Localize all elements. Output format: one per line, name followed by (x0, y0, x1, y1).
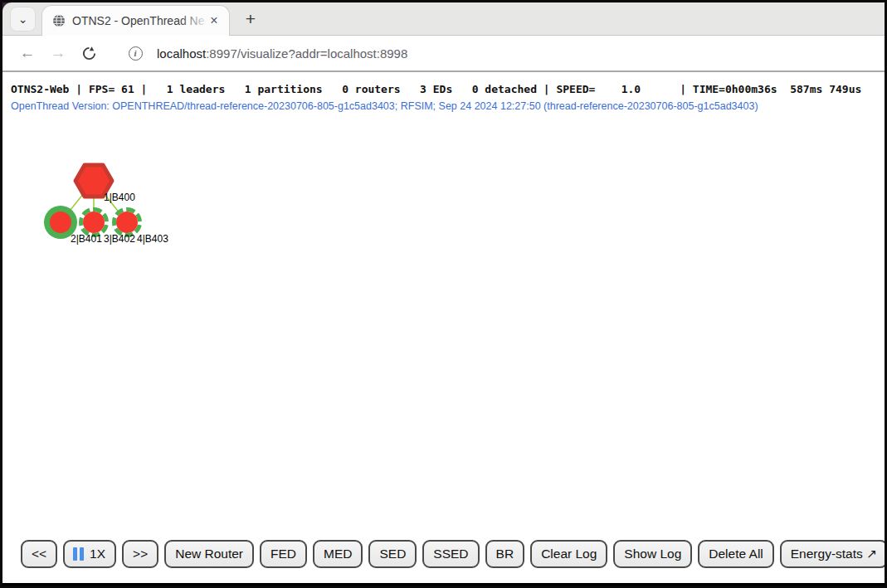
fed-button[interactable]: FED (260, 540, 307, 568)
node-label-leader: 1|B400 (104, 192, 135, 203)
openthread-version-link[interactable]: OpenThread Version: OPENTHREAD/thread-re… (2, 95, 885, 112)
node-label-child-1: 2|B401 (71, 233, 102, 245)
ssed-button[interactable]: SSED (422, 540, 479, 568)
pause-icon (73, 547, 84, 561)
network-canvas[interactable]: 1|B400 2|B401 3|B402 4|B403 (2, 112, 885, 540)
node-label-child-2: 3|B402 (104, 233, 135, 245)
energy-stats-button[interactable]: Energy-stats ↗ (780, 540, 887, 568)
reload-icon (81, 46, 97, 61)
forward-button[interactable]: → (46, 41, 70, 65)
tab-search-button[interactable]: ⌄ (10, 7, 36, 32)
back-button[interactable]: ← (16, 41, 39, 65)
navigation-bar: ← → i localhost:8997/visualize?addr=loca… (2, 36, 885, 72)
address-bar[interactable]: localhost:8997/visualize?addr=localhost:… (157, 46, 407, 61)
pause-speed-button[interactable]: 1X (63, 540, 116, 568)
node-links (2, 112, 218, 294)
speed-display: 1X (90, 547, 105, 561)
reload-button[interactable] (77, 41, 100, 65)
tab-title-fade (179, 6, 209, 36)
clear-log-button[interactable]: Clear Log (530, 540, 607, 568)
tab-strip: ⌄ OTNS2 - OpenThread Ne × + (2, 2, 885, 36)
info-icon: i (129, 46, 143, 61)
node-core-icon (116, 211, 138, 233)
tab-otns2[interactable]: OTNS2 - OpenThread Ne × (41, 5, 230, 36)
br-button[interactable]: BR (485, 540, 525, 568)
page-content: OTNS2-Web | FPS= 61 | 1 leaders 1 partit… (2, 72, 885, 583)
new-router-button[interactable]: New Router (164, 540, 254, 568)
simulation-status-line: OTNS2-Web | FPS= 61 | 1 leaders 1 partit… (2, 72, 885, 95)
speed-increase-button[interactable]: >> (122, 540, 158, 568)
delete-all-button[interactable]: Delete All (698, 540, 773, 568)
node-core-icon (50, 211, 71, 233)
url-host: localhost (157, 46, 206, 61)
node-label-child-3: 4|B403 (137, 233, 168, 245)
chevron-down-icon: ⌄ (18, 12, 28, 26)
url-path: :8997/visualize?addr=localhost:8998 (206, 46, 407, 61)
browser-window: ⌄ OTNS2 - OpenThread Ne × + ← (0, 0, 887, 588)
site-info-button[interactable]: i (124, 41, 147, 65)
plus-icon: + (246, 9, 256, 29)
back-arrow-icon: ← (20, 44, 36, 62)
speed-decrease-button[interactable]: << (21, 540, 57, 568)
sed-button[interactable]: SED (368, 540, 417, 568)
med-button[interactable]: MED (313, 540, 363, 568)
node-core-icon (83, 211, 105, 233)
show-log-button[interactable]: Show Log (613, 540, 692, 568)
forward-arrow-icon: → (51, 44, 66, 62)
globe-icon (52, 14, 66, 27)
new-tab-button[interactable]: + (238, 7, 263, 32)
simulation-toolbar: << 1X >> New Router FED MED SED SSED BR … (21, 540, 885, 568)
